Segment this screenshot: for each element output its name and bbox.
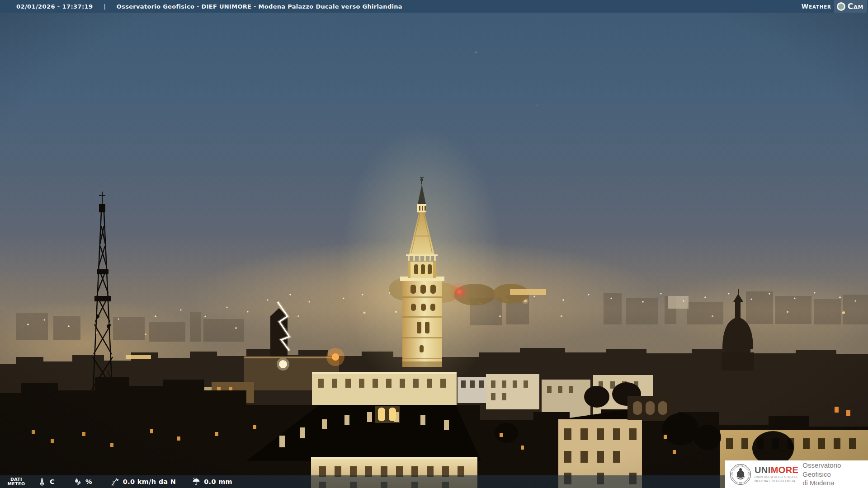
- unimore-logo-box: 1175 UNIMORE UNIVERSITÀ DEGLI STUDI DI M…: [725, 460, 868, 488]
- modena-skyline-scene: [0, 0, 868, 488]
- humidity-value: %: [85, 478, 92, 485]
- weathercam-weather-text: Weather: [802, 3, 831, 10]
- webcam-title: Osservatorio Geofisico - DIEF UNIMORE - …: [117, 3, 402, 10]
- humidity-reading: %: [73, 477, 92, 487]
- webcam-screenshot: 02/01/2026 - 17:37:19 | Osservatorio Geo…: [0, 0, 868, 488]
- unimore-seal-icon: 1175: [730, 464, 751, 485]
- observatory-name: Osservatorio Geofisico di Modena: [802, 461, 868, 488]
- webcam-photo: [0, 0, 868, 488]
- separator: |: [104, 3, 105, 10]
- brand-uni-text: UNI: [755, 465, 771, 475]
- brand-more-text: MORE: [771, 465, 799, 475]
- weathercam-badge: Cam: [834, 0, 867, 13]
- wind-value: 0.0 km/h da N: [123, 478, 176, 485]
- university-subtitle: UNIVERSITÀ DEGLI STUDI DI MODENA E REGGI…: [755, 475, 798, 483]
- wind-vane-icon: [110, 477, 120, 487]
- weathercam-cam-text: Cam: [848, 2, 863, 11]
- umbrella-icon: [191, 477, 201, 487]
- rain-reading: 0.0 mm: [191, 477, 232, 487]
- datetime-text: 02/01/2026 - 17:37:19: [16, 3, 93, 10]
- wind-reading: 0.0 km/h da N: [110, 477, 176, 487]
- humidity-drops-icon: [73, 477, 83, 487]
- camera-lens-icon: [837, 2, 845, 11]
- unimore-wordmark: UNIMORE UNIVERSITÀ DEGLI STUDI DI MODENA…: [755, 465, 798, 483]
- thermometer-icon: [37, 477, 47, 487]
- vignette: [0, 0, 868, 488]
- top-overlay-bar: 02/01/2026 - 17:37:19 | Osservatorio Geo…: [0, 0, 868, 13]
- weathercam-logo: Weather Cam: [802, 0, 867, 13]
- svg-text:1175: 1175: [739, 482, 742, 484]
- dati-meteo-label: DATI METEO: [2, 477, 31, 487]
- rain-value: 0.0 mm: [204, 478, 232, 485]
- temperature-reading: C: [37, 477, 55, 487]
- temperature-value: C: [50, 478, 55, 485]
